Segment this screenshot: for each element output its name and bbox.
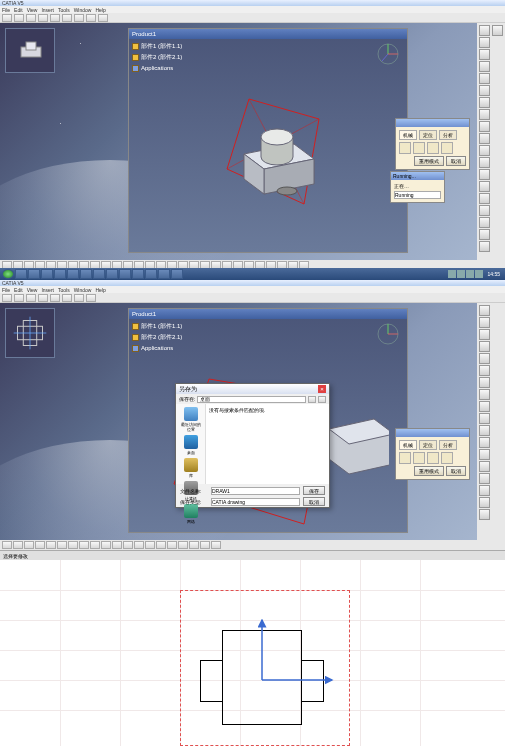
tree-item-2b[interactable]: 部件2 (部件2.1) bbox=[132, 332, 182, 342]
rtool2-10[interactable] bbox=[479, 413, 490, 424]
btool2-10[interactable] bbox=[101, 541, 111, 549]
btool2-7[interactable] bbox=[68, 541, 78, 549]
rtool2-2[interactable] bbox=[479, 317, 490, 328]
tool-print[interactable] bbox=[38, 14, 48, 22]
rtool2-8[interactable] bbox=[479, 389, 490, 400]
btool2-6[interactable] bbox=[57, 541, 67, 549]
btool2-18[interactable] bbox=[189, 541, 199, 549]
option-icon-2b[interactable] bbox=[413, 452, 425, 464]
tray-icon-3[interactable] bbox=[466, 270, 474, 278]
tool-open[interactable] bbox=[14, 14, 24, 22]
rtool-3[interactable] bbox=[479, 49, 490, 60]
reuse-button[interactable]: 重用模式 bbox=[414, 156, 444, 166]
rtool-18[interactable] bbox=[479, 229, 490, 240]
tool-cut[interactable] bbox=[50, 14, 60, 22]
rtool-5[interactable] bbox=[479, 73, 490, 84]
tree-item-1b[interactable]: 部件1 (部件1.1) bbox=[132, 321, 182, 331]
reuse-button-2[interactable]: 重用模式 bbox=[414, 466, 444, 476]
menu-help[interactable]: Help bbox=[95, 7, 105, 13]
place-libraries[interactable]: 库 bbox=[181, 458, 201, 478]
place-network[interactable]: 网络 bbox=[181, 504, 201, 524]
file-list[interactable]: 没有与搜索条件匹配的项. bbox=[206, 404, 329, 484]
btool2-4[interactable] bbox=[35, 541, 45, 549]
rtool-13[interactable] bbox=[479, 169, 490, 180]
task-app-12[interactable] bbox=[158, 269, 170, 279]
savein-dropdown[interactable] bbox=[197, 396, 306, 403]
task-app-10[interactable] bbox=[132, 269, 144, 279]
option-icon-4b[interactable] bbox=[441, 452, 453, 464]
part-3d-model[interactable] bbox=[219, 89, 339, 209]
btool2-2[interactable] bbox=[13, 541, 23, 549]
running-input[interactable] bbox=[394, 191, 441, 199]
rtool2-14[interactable] bbox=[479, 461, 490, 472]
tool2-2[interactable] bbox=[14, 294, 24, 302]
menu-file[interactable]: File bbox=[2, 7, 10, 13]
nav-up-icon[interactable] bbox=[318, 396, 326, 403]
btool2-8[interactable] bbox=[79, 541, 89, 549]
place-desktop[interactable]: 桌面 bbox=[181, 435, 201, 455]
rtool-14[interactable] bbox=[479, 181, 490, 192]
menu-window-2[interactable]: Window bbox=[74, 287, 92, 293]
task-app-5[interactable] bbox=[67, 269, 79, 279]
task-app-2[interactable] bbox=[28, 269, 40, 279]
rtool2-13[interactable] bbox=[479, 449, 490, 460]
tree-item-1[interactable]: 部件1 (部件1.1) bbox=[132, 41, 182, 51]
menu-file-2[interactable]: File bbox=[2, 287, 10, 293]
rtool2-16[interactable] bbox=[479, 485, 490, 496]
rtool-10[interactable] bbox=[479, 133, 490, 144]
option-icon-3b[interactable] bbox=[427, 452, 439, 464]
nav-back-icon[interactable] bbox=[308, 396, 316, 403]
btool2-15[interactable] bbox=[156, 541, 166, 549]
dialog-titlebar[interactable]: 另存为 × bbox=[176, 384, 329, 394]
rtool2-4[interactable] bbox=[479, 341, 490, 352]
rtool-6[interactable] bbox=[479, 85, 490, 96]
save-button[interactable]: 保存 bbox=[303, 486, 325, 495]
btool2-1[interactable] bbox=[2, 541, 12, 549]
rtool-4[interactable] bbox=[479, 61, 490, 72]
compass-icon[interactable] bbox=[375, 41, 401, 67]
btool2-3[interactable] bbox=[24, 541, 34, 549]
rtool-1[interactable] bbox=[479, 25, 490, 36]
clock[interactable]: 14:55 bbox=[487, 271, 500, 277]
menu-insert[interactable]: Insert bbox=[41, 7, 54, 13]
btool2-14[interactable] bbox=[145, 541, 155, 549]
tool2-7[interactable] bbox=[74, 294, 84, 302]
menu-tools-2[interactable]: Tools bbox=[58, 287, 70, 293]
menu-window[interactable]: Window bbox=[74, 7, 92, 13]
filename-input[interactable] bbox=[211, 487, 300, 495]
btool2-5[interactable] bbox=[46, 541, 56, 549]
tool2-8[interactable] bbox=[86, 294, 96, 302]
panel1-title-2[interactable] bbox=[396, 429, 469, 437]
rtool-17[interactable] bbox=[479, 217, 490, 228]
panel1-title[interactable] bbox=[396, 119, 469, 127]
rtool-7[interactable] bbox=[479, 97, 490, 108]
rtool2-9[interactable] bbox=[479, 401, 490, 412]
option-icon-4[interactable] bbox=[441, 142, 453, 154]
thumbnail-panel-2[interactable] bbox=[5, 308, 55, 358]
btool2-9[interactable] bbox=[90, 541, 100, 549]
task-app-6[interactable] bbox=[80, 269, 92, 279]
btool2-12[interactable] bbox=[123, 541, 133, 549]
cancel-button[interactable]: 取消 bbox=[446, 156, 466, 166]
option-icon-2[interactable] bbox=[413, 142, 425, 154]
compass-icon-2[interactable] bbox=[375, 321, 401, 347]
btool2-16[interactable] bbox=[167, 541, 177, 549]
start-button[interactable] bbox=[2, 269, 14, 279]
rtool2-12[interactable] bbox=[479, 437, 490, 448]
task-app-9[interactable] bbox=[119, 269, 131, 279]
rtool2-18[interactable] bbox=[479, 509, 490, 520]
cancel-button-3[interactable]: 取消 bbox=[446, 466, 466, 476]
rtool2-5[interactable] bbox=[479, 353, 490, 364]
menu-view-2[interactable]: View bbox=[27, 287, 38, 293]
tray-icon-1[interactable] bbox=[448, 270, 456, 278]
viewport-3d[interactable]: Product1 部件1 (部件1.1) 部件2 (部件2.1) Applica… bbox=[128, 28, 408, 253]
btool2-17[interactable] bbox=[178, 541, 188, 549]
tool-save[interactable] bbox=[26, 14, 36, 22]
tab-mechanical-2[interactable]: 机械 bbox=[399, 440, 417, 450]
tray-icon-4[interactable] bbox=[475, 270, 483, 278]
tool2-5[interactable] bbox=[50, 294, 60, 302]
menu-edit[interactable]: Edit bbox=[14, 7, 23, 13]
rtool2-11[interactable] bbox=[479, 425, 490, 436]
rtool-2[interactable] bbox=[479, 37, 490, 48]
tab-position-2[interactable]: 定位 bbox=[419, 440, 437, 450]
